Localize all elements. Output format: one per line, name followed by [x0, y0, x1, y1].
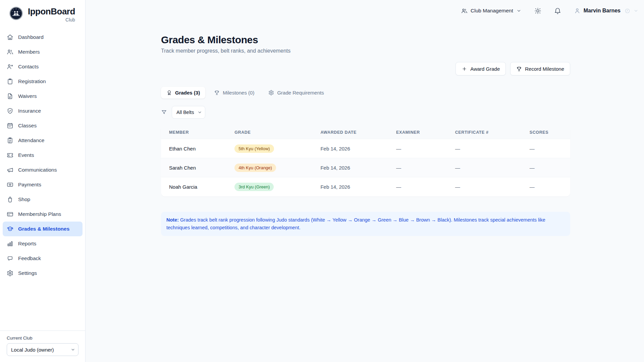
certificate-value: — — [447, 158, 522, 177]
sidebar-item-contacts[interactable]: Contacts — [3, 59, 83, 74]
sidebar-item-label: Settings — [18, 270, 37, 276]
sidebar-item-reports[interactable]: Reports — [3, 236, 83, 251]
message-icon — [7, 255, 13, 262]
belt-filter-select[interactable]: All Belts — [172, 106, 205, 119]
gear-icon — [7, 270, 13, 277]
col-grade: Grade — [226, 126, 312, 139]
member-name: Ethan Chen — [161, 139, 226, 158]
shield-check-icon — [7, 108, 13, 114]
app-subtitle: Club — [28, 17, 75, 22]
table-row[interactable]: Ethan Chen 5th Kyu (Yellow) Feb 14, 2026… — [161, 139, 570, 158]
sidebar-nav: Dashboard Members Contacts Registration … — [0, 28, 85, 330]
tab-grade-requirements[interactable]: Grade Requirements — [263, 87, 329, 99]
user-name: Marvin Barnes — [584, 8, 621, 14]
sidebar-item-label: Shop — [18, 196, 30, 202]
file-text-icon — [7, 93, 13, 100]
col-member: Member — [161, 126, 226, 139]
col-examiner: Examiner — [388, 126, 447, 139]
table-row[interactable]: Noah Garcia 3rd Kyu (Green) Feb 14, 2026… — [161, 177, 570, 196]
sidebar-item-members[interactable]: Members — [3, 45, 83, 59]
sidebar-item-label: Grades & Milestones — [18, 226, 69, 232]
sidebar-item-registration[interactable]: Registration — [3, 74, 83, 89]
col-certificate: Certificate # — [447, 126, 522, 139]
app-logo — [9, 7, 23, 20]
info-note: Note: Grades track belt rank progression… — [161, 212, 570, 236]
table-row[interactable]: Sarah Chen 4th Kyu (Orange) Feb 14, 2026… — [161, 158, 570, 177]
grades-table: Member Grade Awarded Date Examiner Certi… — [161, 126, 570, 196]
megaphone-icon — [7, 167, 13, 173]
tab-label: Grades (3) — [175, 90, 200, 96]
sidebar-item-communications[interactable]: Communications — [3, 163, 83, 177]
scores-value: — — [522, 158, 570, 177]
sidebar-item-label: Classes — [18, 123, 37, 129]
sidebar-item-events[interactable]: Events — [3, 148, 83, 163]
scores-value: — — [522, 139, 570, 158]
sidebar-item-label: Membership Plans — [18, 211, 61, 217]
user-plus-icon — [7, 63, 13, 70]
sidebar-item-attendance[interactable]: Attendance — [3, 133, 83, 148]
sidebar-item-feedback[interactable]: Feedback — [3, 251, 83, 266]
chevron-down-icon — [516, 8, 522, 13]
record-milestone-button[interactable]: Record Milestone — [510, 62, 570, 75]
trophy-icon — [516, 66, 522, 72]
awarded-date: Feb 14, 2026 — [312, 139, 388, 158]
page-title: Grades & Milestones — [161, 34, 570, 46]
users-icon — [7, 49, 13, 55]
theme-toggle-button[interactable] — [534, 7, 541, 14]
awarded-date: Feb 14, 2026 — [312, 158, 388, 177]
tab-milestones[interactable]: Milestones (0) — [209, 87, 260, 99]
brand: IpponBoard Club — [0, 0, 85, 28]
person-icon — [574, 7, 581, 14]
sidebar-item-label: Insurance — [18, 108, 41, 114]
current-club-label: Current Club — [7, 336, 78, 341]
award-grade-label: Award Grade — [470, 66, 500, 72]
col-awarded-date: Awarded Date — [312, 126, 388, 139]
sidebar-item-label: Waivers — [18, 93, 37, 99]
users-icon — [461, 8, 468, 14]
sidebar-item-label: Registration — [18, 78, 46, 84]
plus-icon — [462, 66, 467, 72]
sidebar-item-label: Payments — [18, 182, 41, 188]
main-content: Grades & Milestones Track member progres… — [161, 34, 570, 236]
club-management-menu[interactable]: Club Management — [461, 8, 522, 14]
sidebar-item-grades-milestones[interactable]: Grades & Milestones — [3, 222, 83, 236]
sun-icon — [534, 7, 541, 14]
current-club-select[interactable]: Local Judo (owner) — [7, 343, 78, 356]
bell-icon — [554, 7, 561, 14]
scores-value: — — [522, 177, 570, 196]
sidebar-item-insurance[interactable]: Insurance — [3, 104, 83, 118]
sidebar-item-classes[interactable]: Classes — [3, 118, 83, 133]
current-club-section: Current Club Local Judo (owner) — [0, 330, 85, 362]
certificate-value: — — [447, 177, 522, 196]
notifications-button[interactable] — [554, 7, 561, 14]
ticket-icon — [7, 152, 13, 159]
award-grade-button[interactable]: Award Grade — [455, 62, 506, 75]
examiner-value: — — [388, 158, 447, 177]
sidebar-item-label: Feedback — [18, 255, 41, 261]
sidebar-item-membership-plans[interactable]: Membership Plans — [3, 207, 83, 222]
sidebar: IpponBoard Club Dashboard Members Contac… — [0, 0, 86, 362]
sidebar-item-settings[interactable]: Settings — [3, 266, 83, 281]
tab-grades[interactable]: Grades (3) — [161, 87, 205, 99]
filter-row: All Belts — [161, 106, 570, 119]
clipboard-icon — [7, 78, 13, 85]
awarded-date: Feb 14, 2026 — [312, 177, 388, 196]
note-text: Grades track belt rank progression follo… — [166, 217, 545, 230]
app-title: IpponBoard — [28, 7, 75, 17]
tab-bar: Grades (3) Milestones (0) Grade Requirem… — [161, 87, 570, 99]
sidebar-item-dashboard[interactable]: Dashboard — [3, 30, 83, 45]
graduation-cap-icon — [7, 226, 13, 232]
sidebar-item-waivers[interactable]: Waivers — [3, 89, 83, 104]
sidebar-item-label: Members — [18, 49, 40, 55]
sidebar-item-payments[interactable]: Payments — [3, 177, 83, 192]
club-management-label: Club Management — [471, 8, 513, 14]
clock-icon — [625, 8, 630, 14]
sidebar-item-label: Communications — [18, 167, 57, 173]
grade-badge: 3rd Kyu (Green) — [234, 183, 274, 191]
page-actions: Award Grade Record Milestone — [161, 62, 570, 75]
sidebar-item-label: Contacts — [18, 64, 39, 70]
filter-icon — [161, 109, 167, 115]
bar-chart-icon — [7, 240, 13, 247]
user-menu[interactable]: Marvin Barnes — [574, 7, 639, 14]
sidebar-item-shop[interactable]: Shop — [3, 192, 83, 207]
